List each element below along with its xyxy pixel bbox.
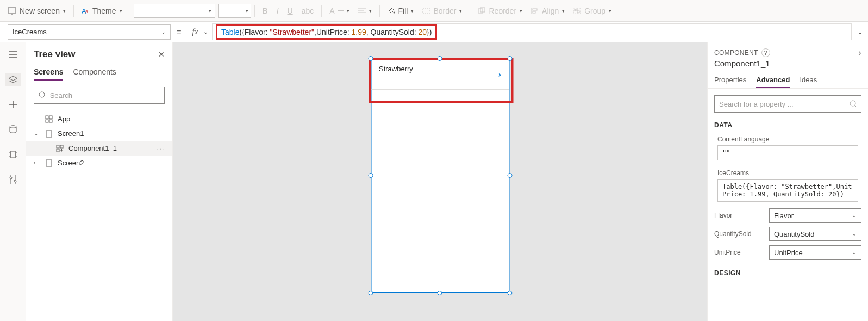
component-icon — [55, 145, 64, 152]
svg-point-29 — [14, 180, 16, 182]
resize-handle[interactable] — [507, 173, 512, 178]
tree-item-app[interactable]: App — [26, 112, 172, 126]
help-icon[interactable]: ? — [761, 48, 770, 57]
prop-select-quantitysold[interactable]: QuantitySold⌄ — [769, 227, 861, 241]
gallery-row[interactable]: Strawberry › — [371, 59, 509, 90]
font-size-input[interactable]: ▾ — [218, 4, 251, 18]
tab-ideas[interactable]: Ideas — [800, 72, 817, 88]
chevron-right-icon[interactable]: › — [498, 70, 501, 79]
svg-rect-39 — [57, 149, 59, 152]
plus-icon — [9, 101, 17, 108]
search-icon — [39, 91, 46, 99]
tree-view-panel: Tree view ✕ Screens Components App ⌄ Scr… — [26, 42, 173, 321]
theme-icon: Aa — [82, 7, 89, 15]
chevron-right-icon[interactable]: › — [34, 160, 40, 166]
svg-rect-37 — [57, 145, 59, 148]
tab-advanced[interactable]: Advanced — [756, 72, 790, 88]
hamburger-icon — [9, 51, 17, 58]
underline-button[interactable]: U — [283, 4, 297, 17]
left-rail — [0, 42, 26, 321]
media-button[interactable] — [5, 148, 21, 161]
bold-button[interactable]: B — [258, 4, 272, 17]
svg-line-31 — [44, 97, 46, 98]
insert-button[interactable] — [5, 98, 21, 111]
component-preview[interactable]: Strawberry › — [371, 59, 509, 293]
chevron-down-icon: ▾ — [120, 8, 122, 14]
component-name: Component1_1 — [708, 59, 868, 72]
tree-item-screen2[interactable]: › Screen2 — [26, 156, 172, 170]
section-header-data: DATA — [708, 119, 868, 131]
panel-header: COMPONENT — [714, 49, 758, 57]
resize-handle[interactable] — [368, 173, 373, 178]
border-label: Border — [433, 7, 456, 15]
chevron-down-icon: ▾ — [209, 8, 211, 14]
svg-point-30 — [39, 92, 45, 97]
align-button[interactable]: Align▾ — [527, 4, 569, 17]
prop-label-flavor: Flavor — [714, 212, 732, 219]
property-search-input[interactable] — [714, 95, 861, 113]
tree-item-screen1[interactable]: ⌄ Screen1 — [26, 126, 172, 141]
resize-handle[interactable] — [507, 291, 512, 295]
prop-select-unitprice[interactable]: UnitPrice⌄ — [769, 245, 861, 260]
font-color-button[interactable]: A▾ — [325, 4, 353, 17]
hamburger-button[interactable] — [5, 48, 21, 61]
fill-button[interactable]: Fill▾ — [383, 4, 419, 17]
reorder-icon — [478, 7, 485, 15]
svg-rect-0 — [8, 8, 16, 13]
svg-rect-42 — [46, 160, 52, 166]
chevron-down-icon: ▾ — [63, 8, 66, 14]
reorder-button[interactable]: Reorder▾ — [473, 4, 527, 17]
tools-button[interactable] — [5, 173, 21, 186]
text-align-button[interactable]: ▾ — [354, 5, 376, 16]
svg-rect-36 — [46, 131, 52, 137]
svg-line-44 — [855, 106, 857, 107]
svg-rect-34 — [46, 120, 48, 122]
prop-value-icecreams[interactable]: Table({Flavor: "Strawbetter",UnitPrice: … — [717, 179, 858, 202]
group-button[interactable]: Group▾ — [569, 4, 616, 17]
expand-formula-button[interactable]: ⌄ — [852, 28, 868, 36]
property-selector[interactable]: IceCreams ⌄ — [8, 24, 171, 40]
data-button[interactable] — [5, 123, 21, 136]
media-icon — [9, 151, 17, 158]
tree-item-component[interactable]: Component1_1 ··· — [26, 141, 172, 156]
chevron-down-icon[interactable]: ⌄ — [203, 28, 212, 35]
resize-handle[interactable] — [368, 291, 373, 295]
prop-value-contentlanguage[interactable]: "" — [717, 145, 858, 160]
prop-select-flavor[interactable]: Flavor⌄ — [769, 208, 861, 223]
tab-properties[interactable]: Properties — [714, 72, 746, 88]
border-button[interactable]: Border▾ — [418, 4, 466, 17]
tree-view-button[interactable] — [5, 73, 21, 86]
italic-button[interactable]: I — [272, 4, 283, 17]
screen-icon — [45, 130, 53, 138]
formula-bar: IceCreams ⌄ = fx ⌄ Table({Flavor: "Straw… — [0, 22, 868, 42]
tab-screens[interactable]: Screens — [34, 64, 63, 81]
svg-rect-25 — [16, 152, 17, 157]
tab-components[interactable]: Components — [73, 64, 116, 81]
chevron-right-icon[interactable]: › — [858, 48, 861, 58]
formula-input[interactable]: Table({Flavor: "Strawbetter",UnitPrice: … — [212, 23, 852, 40]
align-label: Align — [542, 7, 559, 15]
svg-rect-16 — [577, 11, 579, 13]
svg-rect-13 — [533, 11, 535, 13]
font-family-select[interactable]: ▾ — [134, 4, 215, 18]
resize-handle[interactable] — [438, 291, 442, 295]
group-icon — [573, 8, 581, 14]
chevron-down-icon: ⌄ — [161, 29, 166, 35]
tree-item-label: App — [58, 115, 70, 123]
fx-icon[interactable]: fx — [187, 27, 203, 36]
prop-label-unitprice: UnitPrice — [714, 249, 741, 256]
strikethrough-button[interactable]: abc — [297, 4, 319, 17]
svg-point-27 — [10, 177, 12, 179]
border-icon — [422, 8, 430, 14]
close-icon[interactable]: ✕ — [158, 50, 165, 59]
align-obj-icon — [531, 8, 539, 14]
tree-search-input[interactable] — [34, 87, 165, 104]
theme-button[interactable]: Aa Theme ▾ — [77, 4, 127, 17]
property-name: IceCreams — [13, 28, 47, 36]
prop-label-icecreams: IceCreams — [708, 165, 868, 179]
more-icon[interactable]: ··· — [157, 144, 166, 152]
chevron-down-icon[interactable]: ⌄ — [34, 131, 40, 137]
svg-point-22 — [10, 126, 16, 128]
canvas[interactable]: Strawberry › — [173, 42, 707, 321]
new-screen-button[interactable]: New screen ▾ — [3, 4, 70, 17]
